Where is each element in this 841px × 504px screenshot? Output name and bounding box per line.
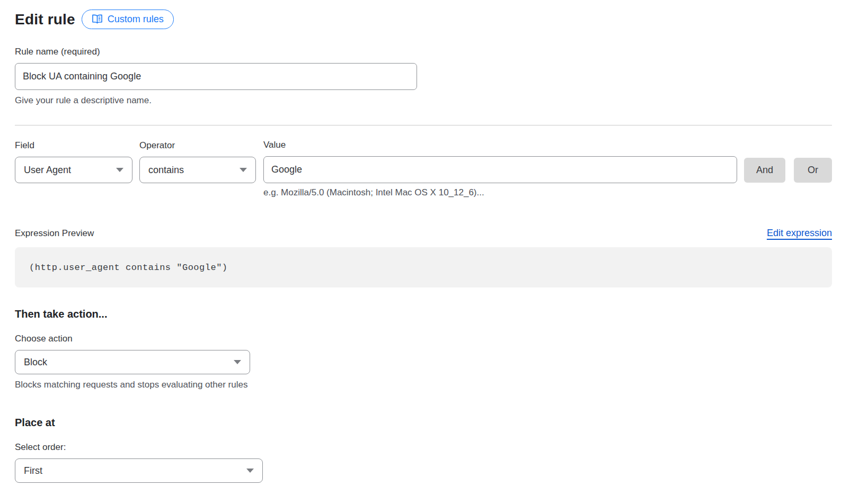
operator-label: Operator [139, 140, 256, 151]
page-header: Edit rule Custom rules [15, 10, 832, 29]
chevron-down-icon [116, 168, 123, 172]
field-column: Field User Agent [15, 140, 132, 183]
field-select-value: User Agent [24, 165, 71, 176]
operator-select-value: contains [148, 165, 184, 176]
value-input[interactable] [263, 156, 737, 183]
section-divider [15, 125, 832, 125]
operator-column: Operator contains [139, 140, 256, 183]
expression-preview-label: Expression Preview [15, 228, 94, 239]
order-select-value: First [24, 465, 42, 476]
expression-preview-section: Expression Preview Edit expression (http… [15, 228, 832, 287]
chevron-down-icon [246, 469, 254, 473]
field-label: Field [15, 140, 132, 151]
action-section: Then take action... Choose action Block … [15, 308, 832, 390]
placement-section: Place at Select order: First [15, 417, 832, 483]
edit-expression-link[interactable]: Edit expression [767, 228, 832, 239]
condition-row: Field User Agent Operator contains Value… [15, 140, 832, 183]
expression-code: (http.user_agent contains "Google") [29, 263, 228, 273]
rule-name-section: Rule name (required) Give your rule a de… [15, 47, 832, 106]
value-column: Value [263, 140, 737, 183]
expression-preview-header: Expression Preview Edit expression [15, 228, 832, 239]
custom-rules-docs-button[interactable]: Custom rules [82, 10, 174, 29]
action-select[interactable]: Block [15, 350, 250, 374]
or-button[interactable]: Or [794, 158, 832, 183]
rule-name-help: Give your rule a descriptive name. [15, 95, 832, 106]
chevron-down-icon [240, 168, 247, 172]
select-order-label: Select order: [15, 442, 832, 453]
action-heading: Then take action... [15, 308, 832, 320]
chevron-down-icon [234, 360, 241, 364]
custom-rules-label: Custom rules [108, 14, 164, 25]
open-book-icon [92, 14, 103, 24]
action-select-value: Block [24, 357, 47, 368]
page-title: Edit rule [15, 11, 75, 28]
value-help-text: e.g. Mozilla/5.0 (Macintosh; Intel Mac O… [263, 187, 832, 198]
value-label: Value [263, 140, 737, 150]
field-select[interactable]: User Agent [15, 157, 132, 183]
operator-select[interactable]: contains [139, 157, 256, 183]
rule-name-input[interactable] [15, 63, 417, 90]
action-help: Blocks matching requests and stops evalu… [15, 380, 832, 390]
and-button[interactable]: And [744, 158, 785, 183]
choose-action-label: Choose action [15, 334, 832, 344]
expression-preview-box: (http.user_agent contains "Google") [15, 247, 832, 287]
order-select[interactable]: First [15, 458, 263, 483]
place-at-heading: Place at [15, 417, 832, 429]
rule-name-label: Rule name (required) [15, 47, 832, 57]
edit-rule-page: Edit rule Custom rules Rule name (requir… [0, 0, 841, 483]
